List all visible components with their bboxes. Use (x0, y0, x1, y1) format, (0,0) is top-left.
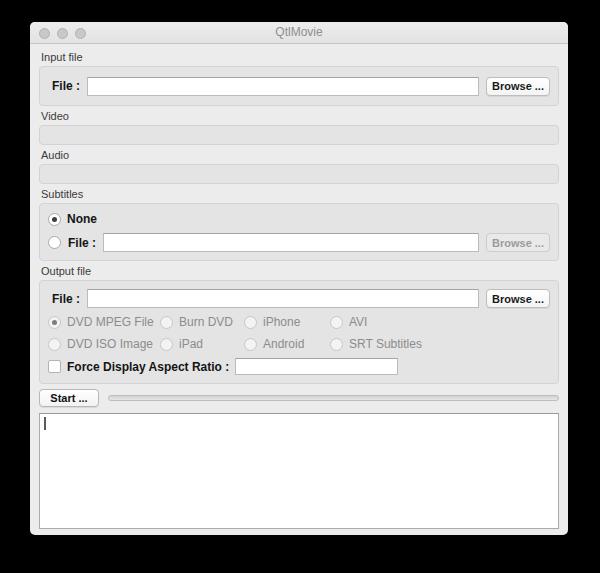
format-avi-label: AVI (349, 315, 367, 329)
force-aspect-label: Force Display Aspect Ratio : (67, 360, 229, 374)
output-file-groupbox: File : Browse ... DVD MPEG File Burn DVD… (39, 280, 559, 384)
aspect-ratio-row: Force Display Aspect Ratio : (48, 358, 550, 375)
format-option-ipad[interactable]: iPad (160, 337, 244, 351)
start-button[interactable]: Start ... (39, 389, 99, 407)
subtitles-browse-button[interactable]: Browse ... (486, 233, 550, 252)
format-burn-dvd-label: Burn DVD (179, 315, 233, 329)
format-burn-dvd-radio[interactable] (160, 316, 173, 329)
input-file-row: File : Browse ... (48, 77, 550, 96)
subtitles-none-radio[interactable] (48, 213, 61, 226)
text-cursor (44, 417, 46, 430)
format-option-dvd-mpeg[interactable]: DVD MPEG File (48, 315, 160, 329)
format-ipad-radio[interactable] (160, 338, 173, 351)
audio-section-label: Audio (41, 149, 557, 161)
input-file-section-label: Input file (41, 51, 557, 63)
minimize-button[interactable] (57, 28, 68, 39)
output-format-row-1: DVD MPEG File Burn DVD iPhone AVI (48, 314, 550, 330)
format-iphone-radio[interactable] (244, 316, 257, 329)
output-file-section-label: Output file (41, 265, 557, 277)
format-option-android[interactable]: Android (244, 337, 330, 351)
output-file-label: File : (48, 292, 80, 306)
force-aspect-checkbox[interactable] (48, 360, 61, 373)
format-option-burn-dvd[interactable]: Burn DVD (160, 315, 244, 329)
format-dvd-iso-label: DVD ISO Image (67, 337, 153, 351)
audio-groupbox (39, 164, 559, 184)
input-file-groupbox: File : Browse ... (39, 66, 559, 106)
subtitles-file-field[interactable] (103, 233, 479, 252)
traffic-lights (39, 28, 86, 39)
title-bar[interactable]: QtlMovie (30, 22, 568, 44)
format-dvd-iso-radio[interactable] (48, 338, 61, 351)
close-button[interactable] (39, 28, 50, 39)
output-format-row-2: DVD ISO Image iPad Android SRT Subtitles (48, 336, 550, 352)
input-file-browse-button[interactable]: Browse ... (486, 77, 550, 96)
format-dvd-mpeg-label: DVD MPEG File (67, 315, 154, 329)
subtitles-section-label: Subtitles (41, 188, 557, 200)
input-file-field[interactable] (87, 77, 479, 96)
output-file-field[interactable] (87, 289, 479, 308)
subtitles-none-label: None (67, 212, 97, 226)
input-file-label: File : (48, 79, 80, 93)
format-option-iphone[interactable]: iPhone (244, 315, 330, 329)
app-window: QtlMovie Input file File : Browse ... Vi… (30, 22, 568, 535)
output-file-browse-button[interactable]: Browse ... (486, 289, 550, 308)
format-ipad-label: iPad (179, 337, 203, 351)
progress-bar (108, 395, 559, 401)
format-srt-label: SRT Subtitles (349, 337, 422, 351)
log-textarea[interactable] (39, 413, 559, 529)
action-row: Start ... (39, 384, 559, 411)
format-option-avi[interactable]: AVI (330, 315, 550, 329)
subtitles-none-option[interactable]: None (48, 212, 550, 226)
video-groupbox (39, 125, 559, 145)
aspect-ratio-field[interactable] (235, 358, 398, 375)
format-option-dvd-iso[interactable]: DVD ISO Image (48, 337, 160, 351)
subtitles-groupbox: None File : Browse ... (39, 203, 559, 261)
zoom-button[interactable] (75, 28, 86, 39)
format-iphone-label: iPhone (263, 315, 300, 329)
main-content: Input file File : Browse ... Video Audio… (30, 44, 568, 535)
format-avi-radio[interactable] (330, 316, 343, 329)
format-dvd-mpeg-radio[interactable] (48, 316, 61, 329)
format-android-radio[interactable] (244, 338, 257, 351)
subtitles-file-row: File : Browse ... (48, 233, 550, 252)
format-srt-radio[interactable] (330, 338, 343, 351)
output-file-row: File : Browse ... (48, 289, 550, 308)
format-android-label: Android (263, 337, 304, 351)
window-title: QtlMovie (30, 22, 568, 43)
video-section-label: Video (41, 110, 557, 122)
format-option-srt[interactable]: SRT Subtitles (330, 337, 550, 351)
subtitles-file-radio[interactable] (48, 236, 61, 249)
subtitles-file-label: File : (68, 236, 96, 250)
